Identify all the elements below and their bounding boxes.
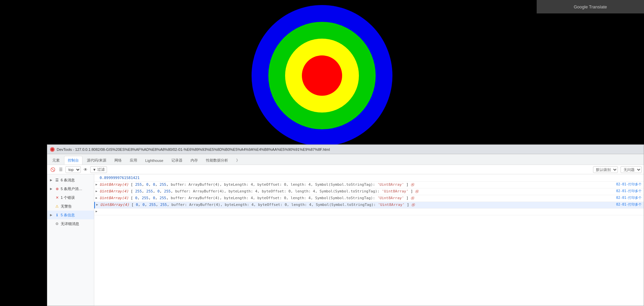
sidebar-errors[interactable]: ✕ 1 个错误 [47, 193, 94, 202]
eye-icon[interactable]: 👁 [82, 166, 89, 173]
list-icon: ☰ [55, 178, 59, 182]
console-row-active: ▶ Uint8Array(4) [ 0, 0, 255, 255, buffer… [94, 202, 644, 209]
sidebar-warnings[interactable]: ⚠ 无警告 [47, 202, 94, 211]
tab-lighthouse[interactable]: Lighthouse [142, 156, 167, 165]
row-value: Uint8Array(4) [ 0, 0, 255, 255, buffer: … [100, 202, 616, 207]
console-row-empty: ▶ [94, 209, 644, 215]
tab-more[interactable]: 》 [232, 156, 244, 165]
row-value: 0.8999999761581421 [100, 175, 642, 180]
tab-elements[interactable]: 元素 [49, 156, 63, 165]
svg-point-0 [51, 148, 54, 151]
sidebar-label: 无警告 [61, 204, 72, 209]
tab-recorder[interactable]: 记录器 [168, 156, 186, 165]
sidebar-label: 1 个错误 [61, 195, 75, 200]
row-value: Uint8Array(4) [ 255, 255, 0, 255, buffer… [100, 189, 616, 194]
row-link[interactable]: 02-01-打印多个 [616, 195, 642, 200]
console-row: ▶ Uint8Array(4) [ 255, 0, 0, 255, buffer… [94, 182, 644, 188]
clear-console-button[interactable]: 🚫 [49, 166, 56, 173]
sidebar-all-messages[interactable]: ▶ ☰ 6 条消息 [47, 176, 94, 184]
expand-arrow[interactable] [96, 175, 100, 179]
sidebar-verbose[interactable]: ⚙ 无详细消息 [47, 219, 94, 228]
context-selector[interactable]: top [65, 166, 81, 173]
gear-icon: ⚙ [55, 222, 59, 226]
sidebar-label: 5 条用户消… [61, 186, 82, 191]
row-link[interactable]: 02-01-打印多个 [616, 202, 642, 207]
tab-console[interactable]: 控制台 [64, 156, 83, 165]
sidebar-info[interactable]: ▶ ℹ 5 条信息 [47, 211, 94, 219]
filter-label: 过滤 [97, 167, 105, 172]
devtools-favicon [50, 147, 55, 152]
block-icon: ⊗ [55, 187, 59, 191]
expand-icon [50, 205, 53, 208]
array-type: Uint8Array(4) [100, 196, 131, 200]
sidebar-user-messages[interactable]: ▶ ⊗ 5 条用户消… [47, 184, 94, 193]
expand-arrow[interactable]: ▶ [96, 195, 100, 200]
sidebar-label: 5 条信息 [61, 213, 75, 218]
google-translate-label: Google Translate [574, 4, 607, 9]
array-vals: 255 [135, 182, 142, 187]
devtools-tabs: 元素 控制台 源代码/来源 网络 应用 Lighthouse 记录器 内存 性能… [47, 154, 644, 165]
console-sidebar: ▶ ☰ 6 条消息 ▶ ⊗ 5 条用户消… ✕ 1 个错误 ⚠ 无警告 ▶ [47, 174, 94, 306]
info-icon: ℹ [55, 213, 59, 217]
expand-icon [50, 222, 53, 225]
tab-network[interactable]: 网络 [111, 156, 125, 165]
row-value: Uint8Array(4) [ 0, 255, 0, 255, buffer: … [100, 195, 616, 201]
bullseye [252, 5, 392, 146]
devtools-title: DevTools - 127.0.0.1:8082/08-GIS%20ES%E8… [57, 147, 330, 151]
warning-icon: ⚠ [55, 204, 59, 209]
console-output: 0.8999999761581421 ▶ Uint8Array(4) [ 255… [94, 174, 644, 306]
filter-button[interactable]: ▼ 过滤 [90, 166, 107, 173]
number-value: 0.8999999761581421 [100, 176, 140, 180]
right-toolbar: 默认级别 无问题 [593, 166, 642, 173]
row-link[interactable]: 02-01-打印多个 [616, 189, 642, 193]
error-icon: ✕ [55, 195, 59, 200]
canvas-area [0, 0, 644, 144]
row-value: Uint8Array(4) [ 255, 0, 0, 255, buffer: … [100, 182, 616, 187]
expand-icon: ▶ [50, 187, 53, 190]
console-row: ▶ Uint8Array(4) [ 0, 255, 0, 255, buffer… [94, 195, 644, 202]
expand-icon: ▶ [50, 178, 53, 182]
row-link[interactable]: 02-01-打印多个 [616, 182, 642, 187]
devtools-toolbar: 🚫 ☰ top 👁 ▼ 过滤 默认级别 无问题 [47, 165, 644, 174]
devtools-window: DevTools - 127.0.0.1:8082/08-GIS%20ES%E8… [47, 144, 644, 306]
filter-funnel-icon: ▼ [93, 168, 96, 172]
console-row: 0.8999999761581421 [94, 175, 644, 182]
tab-performance[interactable]: 性能数据分析 [202, 156, 232, 165]
devtools-titlebar: DevTools - 127.0.0.1:8082/08-GIS%20ES%E8… [47, 145, 644, 154]
tab-memory[interactable]: 内存 [187, 156, 202, 165]
google-translate-bar: Google Translate [537, 0, 644, 13]
bracket-open: [ [131, 182, 133, 187]
tab-application[interactable]: 应用 [126, 156, 141, 165]
log-level-select[interactable]: 默认级别 [593, 166, 618, 173]
expand-icon: ▶ [50, 213, 53, 217]
tab-sources[interactable]: 源代码/来源 [83, 156, 110, 165]
sidebar-label: 无详细消息 [61, 221, 79, 226]
sidebar-label: 6 条消息 [61, 178, 75, 183]
array-type: Uint8Array(4) [100, 189, 131, 193]
expand-arrow[interactable]: ▶ [96, 182, 100, 186]
expand-icon [50, 196, 53, 199]
expand-arrow[interactable]: ▶ [96, 189, 100, 193]
expand-arrow[interactable]: ▶ [96, 202, 100, 206]
no-issue-select[interactable]: 无问题 [621, 166, 642, 173]
array-type: Uint8Array(4) [100, 203, 131, 207]
devtools-body: ▶ ☰ 6 条消息 ▶ ⊗ 5 条用户消… ✕ 1 个错误 ⚠ 无警告 ▶ [47, 174, 644, 306]
array-type: Uint8Array(4) [100, 182, 131, 187]
toggle-sidebar-button[interactable]: ☰ [57, 166, 64, 173]
ring-red [302, 55, 342, 96]
console-row: ▶ Uint8Array(4) [ 255, 255, 0, 255, buff… [94, 188, 644, 195]
expand-arrow[interactable]: ▶ [96, 209, 100, 213]
